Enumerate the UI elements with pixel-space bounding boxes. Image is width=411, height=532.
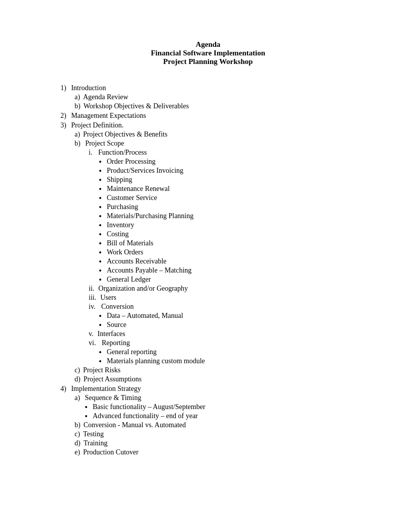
list-item: Sequence & Timing Basic functionality – …	[75, 394, 366, 420]
outline-list-level3: Function/Process Order Processing Produc…	[75, 149, 366, 365]
list-item: Accounts Payable – Matching	[107, 267, 366, 275]
list-item: Data – Automated, Manual	[107, 312, 366, 320]
item-label: Implementation Strategy	[71, 385, 141, 392]
bullets-list: Basic functionality – August/September A…	[75, 403, 366, 420]
outline-list-level1: Introduction Agenda Review Workshop Obje…	[50, 84, 366, 456]
list-item: Project Scope Function/Process Order Pro…	[75, 140, 366, 365]
outline-list-level2: Agenda Review Workshop Objectives & Deli…	[60, 93, 366, 110]
list-item: Organization and/or Geography	[89, 285, 366, 293]
outline-list-level2: Project Objectives & Benefits Project Sc…	[60, 130, 366, 383]
list-item: Training	[75, 439, 366, 447]
list-item: Function/Process Order Processing Produc…	[89, 149, 366, 284]
list-item: Workshop Objectives & Deliverables	[75, 102, 366, 110]
list-item: Product/Services Invoicing	[107, 167, 366, 175]
bullets-list: Order Processing Product/Services Invoic…	[89, 158, 366, 284]
list-item: Agenda Review	[75, 93, 366, 101]
list-item: Project Objectives & Benefits	[75, 130, 366, 139]
list-item: Implementation Strategy Sequence & Timin…	[60, 385, 366, 456]
list-item: Testing	[75, 430, 366, 438]
bullets-list: General reporting Materials planning cus…	[89, 348, 366, 365]
list-item: Project Assumptions	[75, 375, 366, 383]
bullets-list: Data – Automated, Manual Source	[89, 312, 366, 329]
list-item: Users	[89, 294, 366, 302]
outline: Introduction Agenda Review Workshop Obje…	[50, 84, 366, 456]
list-item: Project Risks	[75, 366, 366, 374]
list-item: Production Cutover	[75, 448, 366, 456]
list-item: Reporting General reporting Materials pl…	[89, 339, 366, 365]
list-item: Order Processing	[107, 158, 366, 166]
header-line2: Financial Software Implementation	[50, 49, 366, 57]
list-item: Shipping	[107, 176, 366, 184]
list-item: Purchasing	[107, 203, 366, 211]
list-item: Source	[107, 321, 366, 329]
list-item: Project Definition. Project Objectives &…	[60, 121, 366, 383]
list-item: Materials/Purchasing Planning	[107, 212, 366, 220]
header-line3: Project Planning Workshop	[50, 57, 366, 66]
list-item: Advanced functionality – end of year	[93, 412, 366, 420]
list-item: Customer Service	[107, 194, 366, 202]
page-header: Agenda Financial Software Implementation…	[50, 40, 366, 66]
list-item: Conversion Data – Automated, Manual Sour…	[89, 303, 366, 329]
header-line1: Agenda	[50, 40, 366, 49]
item-label: Management Expectations	[71, 112, 146, 119]
list-item: Maintenance Renewal	[107, 185, 366, 193]
list-item: Conversion - Manual vs. Automated	[75, 421, 366, 429]
outline-list-level2: Sequence & Timing Basic functionality – …	[60, 394, 366, 456]
list-item: General reporting	[107, 348, 366, 356]
list-item: Work Orders	[107, 248, 366, 256]
list-item: Introduction Agenda Review Workshop Obje…	[60, 84, 366, 110]
list-item: Bill of Materials	[107, 239, 366, 247]
list-item: Basic functionality – August/September	[93, 403, 366, 411]
item-label: Introduction	[71, 84, 106, 92]
list-item: Management Expectations	[60, 112, 366, 120]
list-item: Accounts Receivable	[107, 257, 366, 265]
list-item: General Ledger	[107, 276, 366, 284]
list-item: Materials planning custom module	[107, 357, 366, 365]
list-item: Interfaces	[89, 330, 366, 338]
list-item: Inventory	[107, 221, 366, 229]
list-item: Costing	[107, 230, 366, 238]
item-label: Project Definition.	[71, 121, 123, 129]
